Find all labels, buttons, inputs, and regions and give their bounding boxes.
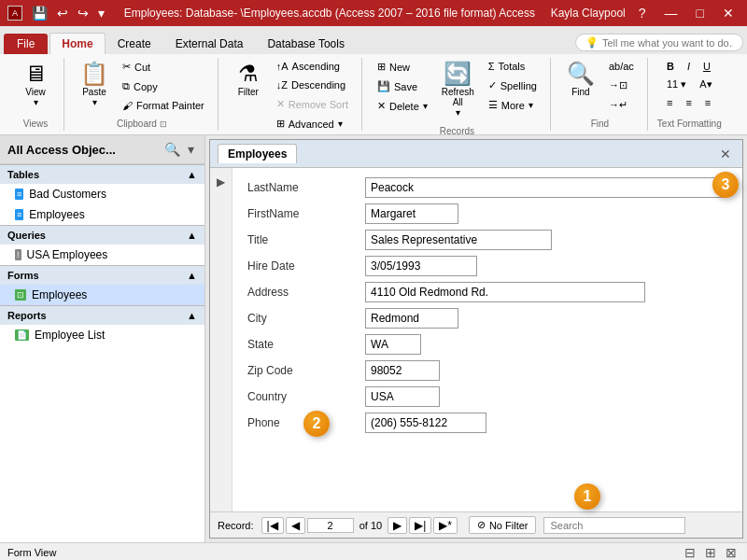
- status-view-layout-btn[interactable]: ⊠: [723, 545, 740, 560]
- paste-btn[interactable]: 📋 Paste ▾: [74, 58, 115, 112]
- delete-icon: ✕: [377, 100, 386, 112]
- copy-btn[interactable]: ⧉Copy: [117, 77, 210, 95]
- align-left-btn[interactable]: ≡: [661, 94, 678, 111]
- country-input[interactable]: [365, 386, 440, 407]
- new-record-btn[interactable]: ⊞New: [372, 58, 433, 76]
- user-name: Kayla Claypool: [551, 7, 626, 20]
- records-label: Records: [440, 122, 474, 134]
- more-btn[interactable]: ☰More▾: [483, 96, 543, 114]
- bold-btn[interactable]: B: [661, 58, 680, 75]
- form-footer: Record: |◀ ◀ of 10 ▶ ▶| ▶* ⊘ No Filter: [210, 511, 742, 538]
- status-view-form-btn[interactable]: ⊟: [682, 545, 698, 560]
- find-btn[interactable]: 🔍 Find: [560, 58, 601, 102]
- form-tab-active: Employees: [218, 144, 297, 163]
- save-record-btn[interactable]: 💾Save: [372, 77, 433, 95]
- state-input[interactable]: [365, 334, 421, 355]
- minimize-btn[interactable]: —: [659, 4, 684, 22]
- record-prev-btn[interactable]: ◀: [286, 517, 305, 534]
- form-nav-arrow-icon[interactable]: ▶: [217, 175, 225, 189]
- tell-me-input[interactable]: [602, 37, 733, 49]
- quick-access-toolbar: 💾 ↩ ↪ ▾: [28, 5, 108, 21]
- ascending-btn[interactable]: ↑AAscending: [271, 58, 354, 75]
- font-color-btn[interactable]: A▾: [694, 76, 717, 93]
- more-icon: ☰: [488, 99, 498, 111]
- refresh-btn[interactable]: 🔄 RefreshAll ▾: [435, 58, 481, 122]
- nav-menu-btn[interactable]: ▾: [185, 141, 197, 158]
- title-label: Title: [247, 230, 359, 250]
- city-input[interactable]: [365, 308, 458, 329]
- form-close-btn[interactable]: ✕: [716, 147, 735, 161]
- phone-input[interactable]: [365, 413, 486, 433]
- app-icon: A: [7, 6, 22, 21]
- ribbon-group-views: 🖥 View ▾ Views: [7, 58, 64, 131]
- record-first-btn[interactable]: |◀: [261, 517, 284, 534]
- form-body: ▶ LastName FirstName Title Hire Date Add…: [210, 168, 742, 511]
- spelling-btn[interactable]: ✓Spelling: [483, 77, 543, 94]
- view-icon: 🖥: [24, 63, 47, 85]
- view-btn[interactable]: 🖥 View ▾: [15, 58, 56, 112]
- goto-btn[interactable]: →↵: [603, 96, 640, 114]
- title-input[interactable]: [365, 230, 552, 250]
- cut-btn[interactable]: ✂Cut: [117, 58, 210, 76]
- record-new-btn[interactable]: ▶*: [433, 517, 458, 534]
- record-current: [307, 518, 354, 533]
- zip-code-input[interactable]: [365, 360, 440, 381]
- reports-section-header[interactable]: Reports ▲: [0, 305, 204, 325]
- advanced-btn[interactable]: ⊞Advanced▾: [271, 115, 354, 133]
- record-number-input[interactable]: [319, 520, 342, 531]
- record-next-btn[interactable]: ▶: [388, 517, 407, 534]
- replace-btn[interactable]: ab/ac: [603, 58, 640, 75]
- select-btn[interactable]: →⊡: [603, 77, 640, 94]
- undo-btn[interactable]: ↩: [53, 5, 72, 21]
- italic-btn[interactable]: I: [682, 58, 696, 75]
- address-input[interactable]: [365, 282, 645, 302]
- nav-item-usa-employees[interactable]: ! USA Employees: [0, 245, 204, 265]
- tab-external-data[interactable]: External Data: [163, 33, 256, 54]
- query-icon: !: [15, 249, 21, 260]
- hire-date-input[interactable]: [365, 256, 477, 276]
- search-input[interactable]: [543, 517, 685, 534]
- record-last-btn[interactable]: ▶|: [409, 517, 431, 534]
- tables-section-header[interactable]: Tables ▲: [0, 164, 204, 184]
- title-bar: A 💾 ↩ ↪ ▾ Employees: Database- \Employee…: [0, 0, 747, 26]
- tab-database-tools[interactable]: Database Tools: [255, 33, 357, 54]
- format-painter-btn[interactable]: 🖌Format Painter: [117, 97, 210, 114]
- remove-sort-btn[interactable]: ✕Remove Sort: [271, 95, 354, 113]
- nav-item-bad-customers[interactable]: ≡ Bad Customers: [0, 184, 204, 204]
- delete-record-btn[interactable]: ✕Delete▾: [372, 97, 433, 115]
- tab-file[interactable]: File: [4, 34, 48, 54]
- filter-btn[interactable]: ⚗ Filter: [228, 58, 269, 102]
- tab-create[interactable]: Create: [106, 33, 163, 54]
- align-right-btn[interactable]: ≡: [699, 94, 716, 111]
- lastname-input[interactable]: [365, 177, 727, 198]
- totals-btn[interactable]: ΣTotals: [483, 58, 543, 75]
- customize-quick-btn[interactable]: ▾: [94, 5, 108, 21]
- no-filter-btn[interactable]: ⊘ No Filter: [469, 516, 537, 534]
- save-quick-btn[interactable]: 💾: [28, 5, 51, 21]
- copy-icon: ⧉: [122, 80, 130, 92]
- help-btn[interactable]: ?: [633, 4, 652, 22]
- status-view-table-btn[interactable]: ⊞: [702, 545, 719, 560]
- content-area: Employees ✕ ▶ LastName FirstName Title: [205, 135, 747, 542]
- nav-item-employees-table[interactable]: ≡ Employees: [0, 204, 204, 225]
- align-center-btn[interactable]: ≡: [680, 94, 697, 111]
- maximize-btn[interactable]: □: [691, 4, 710, 22]
- status-bar: Form View ⊟ ⊞ ⊠: [0, 542, 747, 560]
- reports-section-label: Reports: [7, 310, 47, 321]
- firstname-input[interactable]: [365, 203, 458, 224]
- descending-btn[interactable]: ↓ZDescending: [271, 77, 354, 93]
- nav-item-employee-list[interactable]: 📄 Employee List: [0, 325, 204, 345]
- queries-section-header[interactable]: Queries ▲: [0, 225, 204, 245]
- nav-search-btn[interactable]: 🔍: [162, 141, 183, 158]
- forms-section-header[interactable]: Forms ▲: [0, 265, 204, 285]
- redo-btn[interactable]: ↪: [74, 5, 92, 21]
- font-size-btn[interactable]: 11 ▾: [661, 76, 692, 93]
- badge-2: 2: [303, 411, 330, 437]
- ascending-icon: ↑A: [276, 61, 289, 72]
- nav-item-employees-form[interactable]: ⊡ Employees: [0, 285, 204, 305]
- tables-section-label: Tables: [7, 169, 39, 180]
- tab-home[interactable]: Home: [49, 33, 105, 54]
- form-title-left: Employees: [218, 144, 297, 163]
- close-window-btn[interactable]: ✕: [717, 4, 740, 22]
- underline-btn[interactable]: U: [698, 58, 716, 75]
